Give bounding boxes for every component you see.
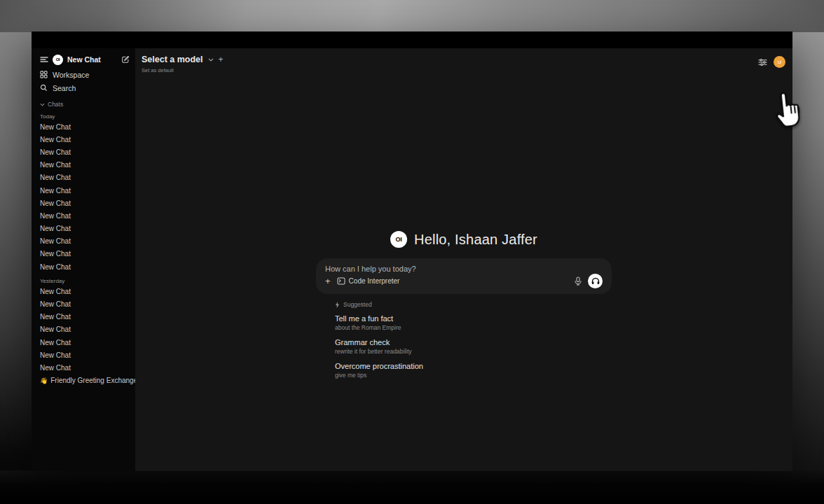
app-logo: OI — [53, 55, 63, 65]
suggestion-title: Overcome procrastination — [335, 362, 612, 370]
chat-list-item[interactable]: New Chat — [40, 235, 130, 248]
sidebar-toggle-icon[interactable] — [40, 56, 48, 63]
suggested-label: Suggested — [343, 301, 372, 308]
suggestion-subtitle: about the Roman Empire — [335, 324, 612, 331]
code-interpreter-label: Code Interpreter — [349, 277, 400, 285]
chat-list-item[interactable]: New Chat — [40, 323, 130, 336]
suggestion-card[interactable]: Grammar check rewrite it for better read… — [335, 338, 612, 355]
chat-group-today: Today — [40, 113, 130, 120]
header-right: IJ — [758, 56, 785, 68]
terminal-icon — [337, 277, 345, 285]
chat-list-item[interactable]: New Chat — [40, 133, 130, 146]
desktop-wallpaper-right — [792, 0, 824, 504]
user-avatar[interactable]: IJ — [774, 56, 785, 68]
message-input-box[interactable]: + Code Interpreter — [316, 258, 612, 294]
chat-list-item[interactable]: New Chat — [40, 184, 130, 197]
suggestion-subtitle: rewrite it for better readability — [335, 348, 612, 355]
chat-list-item[interactable]: New Chat — [40, 223, 130, 235]
chat-landing: OI Hello, Ishaan Jaffer + Code Interpret… — [316, 230, 612, 386]
voice-call-button[interactable] — [588, 274, 603, 288]
chevron-down-icon — [40, 103, 45, 106]
app-body: OI New Chat Workspace Search — [32, 48, 792, 471]
sidebar-item-search[interactable]: Search — [40, 81, 130, 94]
suggestion-list: Tell me a fun fact about the Roman Empir… — [335, 314, 612, 379]
message-input[interactable] — [325, 265, 603, 273]
chat-list-item[interactable]: New Chat — [40, 209, 130, 222]
chat-list-item[interactable]: New Chat — [40, 248, 130, 260]
app-window: OI New Chat Workspace Search — [32, 31, 792, 471]
suggestion-subtitle: give me tips — [335, 372, 612, 379]
main-area: Select a model + Set as default IJ — [135, 48, 792, 471]
chat-list-item-named[interactable]: 👋 Friendly Greeting Exchange — [40, 374, 130, 387]
suggested-header: Suggested — [335, 301, 612, 308]
chat-list-item[interactable]: New Chat — [40, 298, 130, 310]
model-selector-button[interactable]: Select a model — [142, 55, 203, 64]
chats-label: Chats — [48, 101, 63, 108]
desktop-wallpaper-left — [0, 0, 32, 504]
add-model-button[interactable]: + — [219, 55, 224, 64]
sparkles-icon — [335, 302, 340, 308]
chats-section-toggle[interactable]: Chats — [40, 100, 130, 108]
chat-list-yesterday: New ChatNew ChatNew ChatNew ChatNew Chat… — [40, 285, 130, 374]
set-default-link[interactable]: Set as default — [142, 67, 224, 74]
sidebar-title: New Chat — [67, 55, 117, 64]
greeting: OI Hello, Ishaan Jaffer — [316, 230, 612, 249]
sidebar: OI New Chat Workspace Search — [32, 48, 135, 471]
chat-list-item[interactable]: New Chat — [40, 336, 130, 349]
desktop: OI New Chat Workspace Search — [0, 0, 824, 504]
new-chat-icon[interactable] — [121, 55, 130, 64]
suggestion-title: Grammar check — [335, 338, 612, 346]
search-icon — [40, 84, 48, 92]
controls-sliders-icon[interactable] — [758, 58, 767, 66]
workspace-label: Workspace — [53, 71, 89, 79]
sidebar-item-workspace[interactable]: Workspace — [40, 68, 130, 81]
chat-list-item[interactable]: New Chat — [40, 120, 130, 133]
mouse-cursor — [771, 88, 808, 130]
chevron-down-icon[interactable] — [208, 58, 214, 62]
attach-plus-button[interactable]: + — [325, 276, 331, 286]
chat-list-item[interactable]: New Chat — [40, 197, 130, 209]
search-label: Search — [53, 84, 76, 92]
chat-group-yesterday: Yesterday — [40, 278, 130, 285]
window-titlebar — [32, 31, 792, 48]
suggested-section: Suggested Tell me a fun fact about the R… — [316, 301, 612, 379]
suggestion-card[interactable]: Overcome procrastination give me tips — [335, 362, 612, 379]
wave-emoji: 👋 — [40, 377, 48, 384]
app-logo: OI — [390, 231, 407, 248]
chat-list-item[interactable]: New Chat — [40, 159, 130, 172]
desktop-wallpaper-top — [0, 0, 824, 32]
microphone-icon[interactable] — [575, 276, 582, 286]
main-header: Select a model + Set as default — [142, 55, 224, 74]
chat-list-item[interactable]: New Chat — [40, 285, 130, 298]
chat-list-item[interactable]: New Chat — [40, 172, 130, 184]
chat-list-item[interactable]: New Chat — [40, 349, 130, 361]
chat-list-item[interactable]: New Chat — [40, 146, 130, 158]
input-toolbar: + Code Interpreter — [325, 274, 603, 288]
named-chat-label: Friendly Greeting Exchange — [50, 377, 135, 384]
suggestion-title: Tell me a fun fact — [335, 314, 612, 323]
desktop-wallpaper-bottom — [0, 470, 824, 504]
chat-list-today: New ChatNew ChatNew ChatNew ChatNew Chat… — [40, 120, 130, 273]
sidebar-header: OI New Chat — [40, 54, 130, 65]
chat-list-item[interactable]: New Chat — [40, 260, 130, 273]
chat-list-item[interactable]: New Chat — [40, 361, 130, 374]
code-interpreter-toggle[interactable]: Code Interpreter — [337, 277, 400, 285]
greeting-text: Hello, Ishaan Jaffer — [414, 232, 537, 248]
chat-list-item[interactable]: New Chat — [40, 311, 130, 323]
suggestion-card[interactable]: Tell me a fun fact about the Roman Empir… — [335, 314, 612, 331]
workspace-grid-icon — [40, 71, 48, 78]
